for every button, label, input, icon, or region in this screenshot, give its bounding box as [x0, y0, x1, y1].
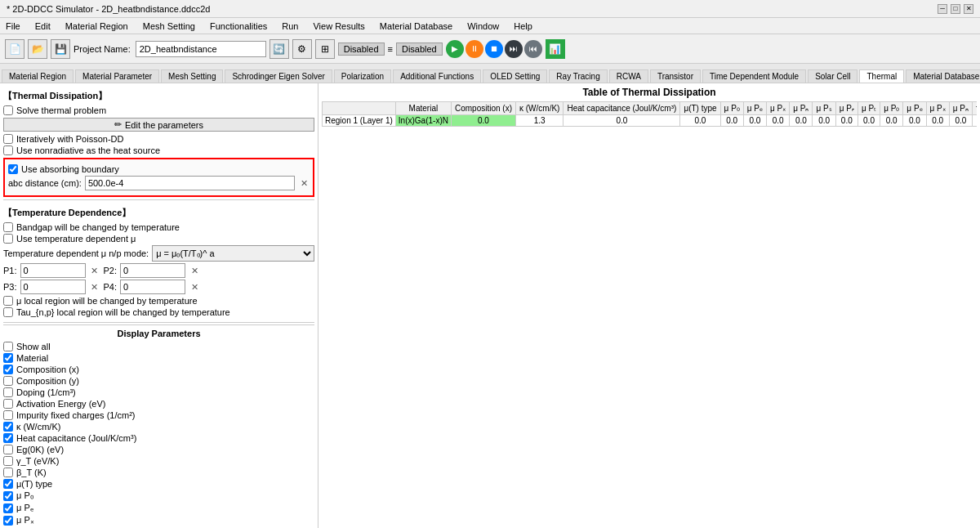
menu-bar: File Edit Material Region Mesh Setting F… [0, 18, 980, 34]
project-name-input[interactable] [136, 41, 266, 57]
menu-mesh-setting[interactable]: Mesh Setting [140, 20, 198, 32]
bandgap-checkbox[interactable] [3, 222, 13, 232]
tab-ray-tracing[interactable]: Ray Tracing [549, 69, 607, 83]
p1-input[interactable] [20, 263, 86, 278]
p1-clear-button[interactable]: ✕ [89, 265, 100, 276]
display-param-checkbox[interactable] [3, 479, 13, 489]
display-param-checkbox[interactable] [3, 387, 13, 397]
tau-local-checkbox[interactable] [3, 307, 13, 317]
new-button[interactable]: 📄 [5, 39, 24, 59]
table-cell[interactable]: 0.0 [743, 115, 766, 127]
display-param-checkbox[interactable] [3, 433, 13, 443]
tab-rcwa[interactable]: RCWA [609, 69, 648, 83]
grid-button[interactable]: ⊞ [315, 39, 335, 59]
display-param-checkbox[interactable] [3, 468, 13, 477]
menu-window[interactable]: Window [465, 20, 501, 32]
tau-local-label: Tau_{n,p} local region will be changed b… [16, 307, 230, 317]
display-param-checkbox[interactable] [3, 399, 13, 409]
table-cell[interactable]: 0.0 [720, 115, 743, 127]
table-cell[interactable]: In(x)Ga(1-x)N [395, 115, 451, 127]
p2-clear-button[interactable]: ✕ [189, 265, 200, 276]
col-mu-pn: μ Pₙ [790, 102, 813, 115]
table-cell[interactable]: Region 1 (Layer 1) [323, 115, 396, 127]
menu-edit[interactable]: Edit [33, 20, 53, 32]
abc-clear-button[interactable]: ✕ [298, 177, 310, 189]
temp-dep-mode-select[interactable]: μ = μ₀(T/T₀)^ a [152, 245, 314, 262]
table-cell[interactable]: 0.0 [813, 115, 835, 127]
table-cell[interactable]: 0.0 [926, 115, 949, 127]
display-param-checkbox[interactable] [3, 516, 13, 526]
table-cell[interactable]: 0.0 [564, 115, 680, 127]
tab-time-dependent[interactable]: Time Dependent Module [702, 69, 806, 83]
tab-material-region[interactable]: Material Region [2, 69, 74, 83]
disabled-btn-2[interactable]: Disabled [396, 43, 443, 56]
tab-solar-cell[interactable]: Solar Cell [808, 69, 858, 83]
tab-thermal[interactable]: Thermal [859, 69, 904, 83]
save-button[interactable]: 💾 [51, 39, 70, 59]
menu-functionalities[interactable]: Functionalities [207, 20, 270, 32]
iteratively-checkbox[interactable] [3, 134, 13, 144]
menu-material-region[interactable]: Material Region [63, 20, 131, 32]
run-stop-button[interactable]: ⏹ [485, 40, 503, 58]
p3-input[interactable] [20, 280, 86, 294]
maximize-button[interactable]: □ [951, 4, 960, 14]
temp-dep-mu-checkbox[interactable] [3, 234, 13, 244]
table-cell[interactable]: 0.0 [680, 115, 720, 127]
tab-mesh-setting[interactable]: Mesh Setting [161, 69, 223, 83]
display-param-checkbox[interactable] [3, 445, 13, 454]
tab-oled[interactable]: OLED Setting [483, 69, 547, 83]
menu-view-results[interactable]: View Results [310, 20, 367, 32]
p4-input[interactable] [120, 280, 185, 294]
display-param-checkbox[interactable] [3, 376, 13, 386]
display-param-checkbox[interactable] [3, 410, 13, 420]
run-step-button[interactable]: ⏭ [505, 40, 523, 58]
edit-params-button[interactable]: Edit the parameters [3, 118, 314, 132]
display-param-checkbox[interactable] [3, 503, 13, 513]
close-button[interactable]: ✕ [964, 4, 973, 14]
display-param-checkbox[interactable] [3, 365, 13, 374]
refresh-button[interactable]: 🔄 [270, 39, 289, 59]
tab-transistor[interactable]: Transistor [650, 69, 701, 83]
chart-button[interactable]: 📊 [546, 39, 565, 59]
table-cell[interactable]: 0.0 [880, 115, 903, 127]
menu-material-db[interactable]: Material Database [377, 20, 455, 32]
table-cell[interactable]: 0.0 [451, 115, 515, 127]
tab-schrodinger[interactable]: Schrodinger Eigen Solver [225, 69, 332, 83]
table-cell[interactable]: 0.0 [790, 115, 813, 127]
run-back-button[interactable]: ⏮ [524, 40, 542, 58]
table-cell[interactable]: 1.3 [515, 115, 563, 127]
tab-material-db[interactable]: Material Database [906, 69, 980, 83]
tab-material-parameter[interactable]: Material Parameter [75, 69, 159, 83]
table-cell[interactable]: 0.0 [949, 115, 972, 127]
table-cell[interactable]: 0.0 [767, 115, 790, 127]
table-cell[interactable]: 0.0 [835, 115, 858, 127]
tab-additional[interactable]: Additional Functions [393, 69, 481, 83]
abc-distance-input[interactable] [85, 176, 295, 190]
absorbing-boundary-checkbox[interactable] [8, 164, 18, 174]
open-button[interactable]: 📂 [28, 39, 47, 59]
settings-button[interactable]: ⚙ [292, 39, 312, 59]
table-cell[interactable]: 0.0 [973, 115, 978, 127]
run-start-button[interactable]: ▶ [446, 40, 464, 58]
table-cell[interactable]: 0.0 [903, 115, 926, 127]
nonradiative-checkbox[interactable] [3, 145, 13, 155]
display-param-checkbox[interactable] [3, 342, 13, 351]
mu-local-checkbox[interactable] [3, 296, 13, 306]
p3-clear-button[interactable]: ✕ [89, 281, 100, 293]
menu-run[interactable]: Run [279, 20, 301, 32]
display-param-checkbox[interactable] [3, 353, 13, 363]
tab-polarization[interactable]: Polarization [334, 69, 391, 83]
table-cell[interactable]: 0.0 [858, 115, 880, 127]
p4-clear-button[interactable]: ✕ [189, 281, 200, 293]
display-param-checkbox[interactable] [3, 456, 13, 466]
menu-help[interactable]: Help [511, 20, 535, 32]
p2-input[interactable] [120, 263, 185, 278]
display-param-row: Heat capacitance (Joul/K/cm³) [3, 433, 314, 443]
disabled-btn-1[interactable]: Disabled [338, 43, 385, 56]
display-param-checkbox[interactable] [3, 491, 13, 501]
run-pause-button[interactable]: ⏸ [466, 40, 483, 58]
minimize-button[interactable]: ─ [938, 4, 947, 14]
display-param-checkbox[interactable] [3, 422, 13, 432]
solve-thermal-checkbox[interactable] [3, 105, 13, 115]
menu-file[interactable]: File [3, 20, 23, 32]
